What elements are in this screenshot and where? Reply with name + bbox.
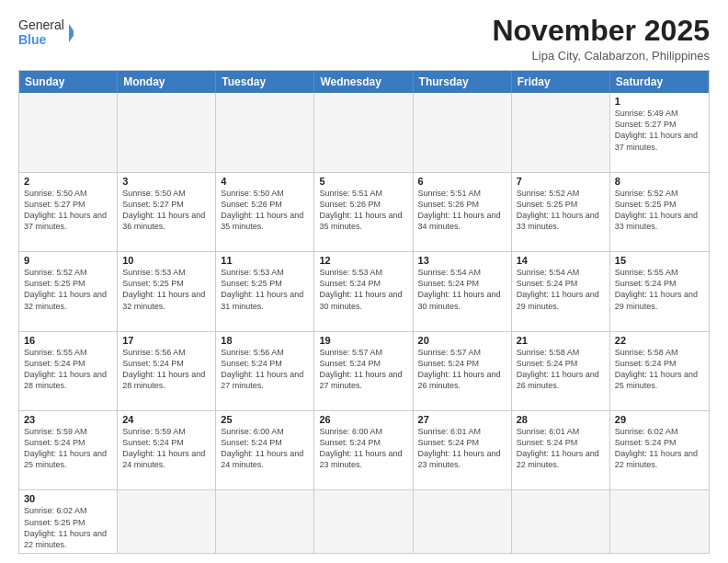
day-info: Sunrise: 5:55 AM Sunset: 5:24 PM Dayligh… [24,347,112,392]
day-info: Sunrise: 6:02 AM Sunset: 5:24 PM Dayligh… [615,426,704,471]
day-cell-13: 13Sunrise: 5:54 AM Sunset: 5:24 PM Dayli… [414,252,512,330]
day-info: Sunrise: 5:56 AM Sunset: 5:24 PM Dayligh… [122,347,210,392]
empty-cell-0-4 [414,93,512,171]
weekday-header-saturday: Saturday [610,71,709,93]
day-info: Sunrise: 5:53 AM Sunset: 5:25 PM Dayligh… [122,267,210,312]
day-number: 17 [122,335,210,346]
day-cell-5: 5Sunrise: 5:51 AM Sunset: 5:26 PM Daylig… [314,173,413,251]
day-info: Sunrise: 5:58 AM Sunset: 5:24 PM Dayligh… [615,347,704,392]
day-number: 11 [221,255,309,266]
empty-cell-5-6 [610,490,709,553]
weekday-header-thursday: Thursday [414,71,512,93]
day-number: 3 [122,176,210,187]
day-info: Sunrise: 5:53 AM Sunset: 5:24 PM Dayligh… [319,267,407,312]
empty-cell-5-5 [512,490,610,553]
day-number: 8 [615,176,704,187]
day-info: Sunrise: 5:52 AM Sunset: 5:25 PM Dayligh… [24,267,112,312]
day-info: Sunrise: 6:01 AM Sunset: 5:24 PM Dayligh… [418,426,506,471]
day-cell-11: 11Sunrise: 5:53 AM Sunset: 5:25 PM Dayli… [216,252,314,330]
day-cell-1: 1Sunrise: 5:49 AM Sunset: 5:27 PM Daylig… [610,93,709,171]
day-cell-20: 20Sunrise: 5:57 AM Sunset: 5:24 PM Dayli… [414,332,512,410]
empty-cell-0-5 [512,93,610,171]
day-cell-7: 7Sunrise: 5:52 AM Sunset: 5:25 PM Daylig… [512,173,610,251]
day-number: 2 [24,176,112,187]
day-info: Sunrise: 5:49 AM Sunset: 5:27 PM Dayligh… [615,108,704,153]
day-info: Sunrise: 6:00 AM Sunset: 5:24 PM Dayligh… [221,426,309,471]
empty-cell-5-1 [118,490,216,553]
header: General Blue November 2025 Lipa City, Ca… [18,15,710,63]
location: Lipa City, Calabarzon, Philippines [492,49,710,63]
svg-text:General: General [18,17,64,32]
day-cell-21: 21Sunrise: 5:58 AM Sunset: 5:24 PM Dayli… [512,332,610,410]
day-info: Sunrise: 5:59 AM Sunset: 5:24 PM Dayligh… [122,426,210,471]
calendar: SundayMondayTuesdayWednesdayThursdayFrid… [18,70,710,554]
day-number: 24 [122,414,210,425]
day-cell-27: 27Sunrise: 6:01 AM Sunset: 5:24 PM Dayli… [414,411,512,489]
weekday-header-wednesday: Wednesday [314,71,413,93]
day-cell-18: 18Sunrise: 5:56 AM Sunset: 5:24 PM Dayli… [216,332,314,410]
day-info: Sunrise: 5:52 AM Sunset: 5:25 PM Dayligh… [517,188,605,233]
day-info: Sunrise: 5:50 AM Sunset: 5:27 PM Dayligh… [122,188,210,233]
day-number: 30 [24,493,112,504]
day-number: 16 [24,335,112,346]
day-number: 1 [615,96,704,107]
calendar-header: SundayMondayTuesdayWednesdayThursdayFrid… [19,71,709,93]
day-number: 25 [221,414,309,425]
calendar-body: 1Sunrise: 5:49 AM Sunset: 5:27 PM Daylig… [19,93,709,553]
page: General Blue November 2025 Lipa City, Ca… [0,0,728,563]
calendar-row-1: 2Sunrise: 5:50 AM Sunset: 5:27 PM Daylig… [19,172,709,251]
day-cell-12: 12Sunrise: 5:53 AM Sunset: 5:24 PM Dayli… [314,252,413,330]
weekday-header-friday: Friday [512,71,610,93]
day-number: 19 [319,335,407,346]
calendar-row-4: 23Sunrise: 5:59 AM Sunset: 5:24 PM Dayli… [19,410,709,489]
empty-cell-5-3 [314,490,413,553]
day-info: Sunrise: 5:57 AM Sunset: 5:24 PM Dayligh… [319,347,407,392]
day-info: Sunrise: 5:56 AM Sunset: 5:24 PM Dayligh… [221,347,309,392]
empty-cell-0-3 [314,93,413,171]
weekday-header-sunday: Sunday [19,71,118,93]
day-cell-22: 22Sunrise: 5:58 AM Sunset: 5:24 PM Dayli… [610,332,709,410]
weekday-header-monday: Monday [118,71,216,93]
month-title: November 2025 [492,15,710,47]
svg-marker-2 [69,24,74,42]
day-number: 23 [24,414,112,425]
day-number: 18 [221,335,309,346]
day-info: Sunrise: 5:58 AM Sunset: 5:24 PM Dayligh… [517,347,605,392]
calendar-row-3: 16Sunrise: 5:55 AM Sunset: 5:24 PM Dayli… [19,331,709,410]
day-cell-29: 29Sunrise: 6:02 AM Sunset: 5:24 PM Dayli… [610,411,709,489]
day-info: Sunrise: 5:50 AM Sunset: 5:27 PM Dayligh… [24,188,112,233]
day-number: 28 [517,414,605,425]
day-cell-10: 10Sunrise: 5:53 AM Sunset: 5:25 PM Dayli… [118,252,216,330]
empty-cell-5-4 [414,490,512,553]
day-cell-4: 4Sunrise: 5:50 AM Sunset: 5:26 PM Daylig… [216,173,314,251]
day-number: 21 [517,335,605,346]
day-number: 29 [615,414,704,425]
empty-cell-0-2 [216,93,314,171]
day-number: 13 [418,255,506,266]
day-cell-6: 6Sunrise: 5:51 AM Sunset: 5:26 PM Daylig… [414,173,512,251]
day-info: Sunrise: 5:51 AM Sunset: 5:26 PM Dayligh… [319,188,407,233]
day-cell-25: 25Sunrise: 6:00 AM Sunset: 5:24 PM Dayli… [216,411,314,489]
day-cell-17: 17Sunrise: 5:56 AM Sunset: 5:24 PM Dayli… [118,332,216,410]
calendar-row-2: 9Sunrise: 5:52 AM Sunset: 5:25 PM Daylig… [19,251,709,330]
day-number: 4 [221,176,309,187]
day-cell-14: 14Sunrise: 5:54 AM Sunset: 5:24 PM Dayli… [512,252,610,330]
day-info: Sunrise: 6:00 AM Sunset: 5:24 PM Dayligh… [319,426,407,471]
day-cell-8: 8Sunrise: 5:52 AM Sunset: 5:25 PM Daylig… [610,173,709,251]
day-info: Sunrise: 5:55 AM Sunset: 5:24 PM Dayligh… [615,267,704,312]
day-cell-26: 26Sunrise: 6:00 AM Sunset: 5:24 PM Dayli… [314,411,413,489]
day-number: 20 [418,335,506,346]
logo: General Blue [18,15,74,52]
day-number: 22 [615,335,704,346]
weekday-header-tuesday: Tuesday [216,71,314,93]
day-cell-28: 28Sunrise: 6:01 AM Sunset: 5:24 PM Dayli… [512,411,610,489]
day-cell-23: 23Sunrise: 5:59 AM Sunset: 5:24 PM Dayli… [19,411,118,489]
day-cell-3: 3Sunrise: 5:50 AM Sunset: 5:27 PM Daylig… [118,173,216,251]
calendar-row-0: 1Sunrise: 5:49 AM Sunset: 5:27 PM Daylig… [19,93,709,171]
day-info: Sunrise: 5:51 AM Sunset: 5:26 PM Dayligh… [418,188,506,233]
empty-cell-0-0 [19,93,118,171]
day-info: Sunrise: 5:52 AM Sunset: 5:25 PM Dayligh… [615,188,704,233]
day-cell-9: 9Sunrise: 5:52 AM Sunset: 5:25 PM Daylig… [19,252,118,330]
logo-svg: General Blue [18,15,74,52]
day-cell-30: 30Sunrise: 6:02 AM Sunset: 5:25 PM Dayli… [19,490,118,553]
